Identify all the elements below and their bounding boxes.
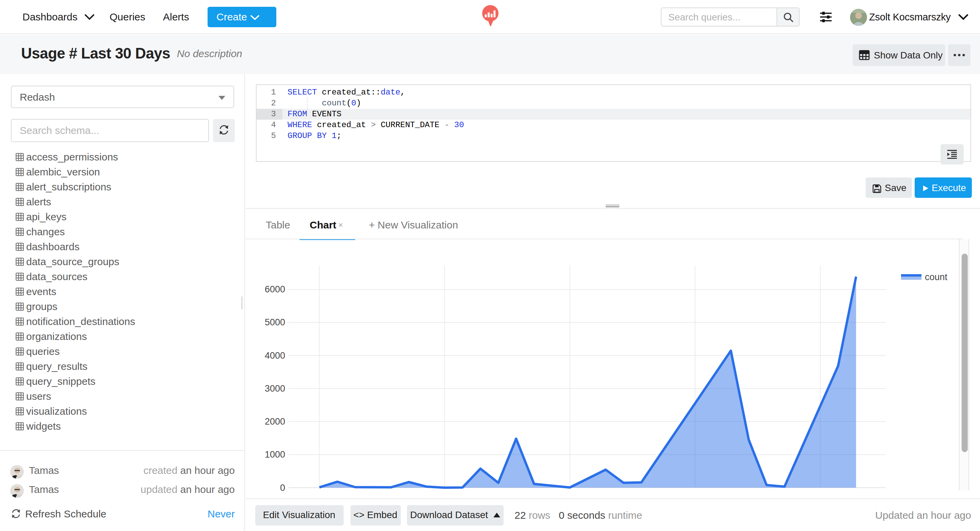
- svg-text:1000: 1000: [265, 449, 285, 459]
- svg-text:5000: 5000: [265, 317, 285, 327]
- svg-text:count: count: [925, 272, 948, 282]
- svg-text:4000: 4000: [265, 350, 285, 360]
- svg-text:6000: 6000: [265, 284, 285, 294]
- svg-text:2000: 2000: [265, 416, 285, 426]
- svg-text:3000: 3000: [265, 383, 285, 393]
- svg-text:0: 0: [280, 482, 285, 493]
